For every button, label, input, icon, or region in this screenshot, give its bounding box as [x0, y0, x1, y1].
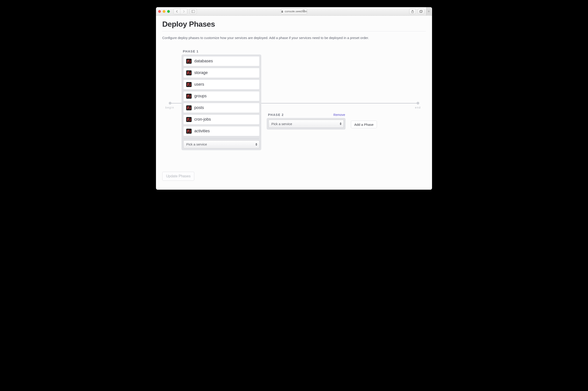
forward-button[interactable] [180, 9, 187, 14]
service-item[interactable]: users [183, 80, 259, 90]
service-name: users [194, 82, 204, 87]
phase-timeline: begin end PHASE 1 databases [162, 50, 426, 157]
service-name: groups [194, 94, 207, 98]
service-item[interactable]: groups [183, 91, 259, 101]
phase-1-service-picker[interactable]: Pick a service [183, 140, 259, 148]
serverless-icon [186, 82, 192, 87]
phase-1-title: PHASE 1 [183, 50, 199, 53]
serverless-icon [186, 70, 192, 75]
page-title: Deploy Phases [162, 20, 426, 28]
phase-2-card: Pick a service [267, 118, 345, 130]
divider [184, 138, 259, 139]
remove-phase-link[interactable]: Remove [334, 113, 345, 117]
timeline-begin-dot [169, 102, 171, 104]
svg-rect-5 [420, 10, 422, 12]
page-content: Deploy Phases Configure deploy phases to… [156, 16, 432, 190]
service-item[interactable]: cron-jobs [183, 114, 259, 124]
serverless-icon [186, 117, 192, 122]
service-item[interactable]: activities [183, 126, 259, 136]
phase-row: PHASE 1 databases [181, 50, 426, 150]
service-item[interactable]: storage [183, 68, 259, 78]
page-description: Configure deploy phases to customize how… [162, 35, 426, 41]
tabs-button[interactable] [418, 9, 424, 14]
serverless-icon [186, 105, 192, 110]
sidebar-toggle-button[interactable] [190, 9, 197, 14]
service-name: storage [194, 70, 208, 75]
service-item[interactable]: posts [183, 103, 259, 113]
timeline-begin-label: begin [165, 106, 174, 109]
close-window-icon[interactable] [158, 10, 161, 13]
divider [162, 31, 426, 31]
add-phase-button[interactable]: Add a Phase [351, 121, 377, 128]
minimize-window-icon[interactable] [163, 10, 165, 13]
fullscreen-window-icon[interactable] [167, 10, 170, 13]
reload-icon[interactable] [302, 9, 305, 13]
service-name: databases [194, 59, 213, 63]
svg-rect-4 [420, 10, 422, 12]
browser-window: console.seed.run + Deploy Phases Configu… [156, 7, 432, 190]
window-controls [158, 10, 170, 13]
new-tab-button[interactable]: + [426, 7, 431, 16]
serverless-icon [186, 59, 192, 64]
nav-buttons [173, 8, 187, 14]
phase-1-card: databases storage users [181, 54, 261, 150]
service-name: posts [194, 105, 204, 110]
phase-block-2: PHASE 2 Remove Pick a service [267, 113, 345, 130]
service-name: activities [194, 129, 210, 133]
pick-service-select[interactable]: Pick a service [183, 140, 259, 148]
share-button[interactable] [409, 9, 416, 14]
phase-2-title: PHASE 2 [268, 113, 284, 117]
address-bar[interactable]: console.seed.run [281, 8, 307, 14]
phase-2-service-picker[interactable]: Pick a service [268, 120, 344, 128]
update-phases-button[interactable]: Update Phases [162, 172, 194, 181]
add-phase-wrap: Add a Phase [351, 121, 377, 128]
service-name: cron-jobs [194, 117, 211, 122]
service-item[interactable]: databases [183, 56, 259, 66]
svg-rect-2 [281, 11, 283, 12]
chrome-right-controls: + [409, 7, 430, 16]
pick-service-select[interactable]: Pick a service [268, 120, 344, 128]
lock-icon [281, 10, 283, 13]
serverless-icon [186, 129, 192, 134]
browser-chrome: console.seed.run + [156, 7, 432, 16]
back-button[interactable] [174, 9, 180, 14]
svg-rect-0 [192, 10, 195, 12]
phase-block-1: PHASE 1 databases [181, 50, 261, 150]
serverless-icon [186, 94, 192, 99]
